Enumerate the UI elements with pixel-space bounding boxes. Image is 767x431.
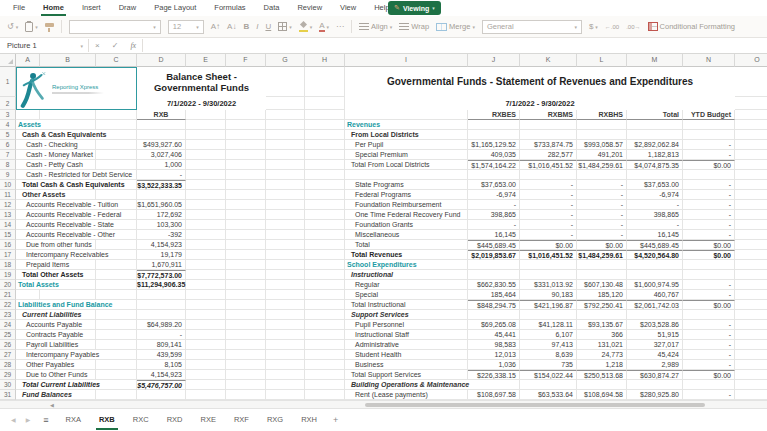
cell-H9[interactable]: [305, 170, 345, 180]
cell-D11[interactable]: [137, 190, 186, 200]
cell-D26[interactable]: 809,141: [137, 340, 186, 350]
cell-H21[interactable]: [305, 290, 345, 300]
cell-B3[interactable]: [40, 110, 96, 120]
cell-H8[interactable]: [305, 160, 345, 170]
cell-N23[interactable]: [683, 310, 735, 320]
cell-J22[interactable]: $848,294.75: [468, 300, 520, 310]
scroll-left-icon[interactable]: ◀: [50, 402, 54, 409]
col-header-A[interactable]: A: [16, 54, 40, 67]
cell-A25[interactable]: Contracts Payable: [16, 330, 40, 340]
cell-E26[interactable]: [186, 340, 226, 350]
viewing-mode-button[interactable]: ✎ Viewing ▾: [388, 1, 441, 15]
cell-C30[interactable]: [96, 380, 137, 390]
cell-N29[interactable]: $0.00: [683, 370, 735, 380]
cell-D13[interactable]: 172,692: [137, 210, 186, 220]
decrease-decimal-button[interactable]: .00→: [626, 22, 640, 32]
cell-J16[interactable]: $445,689.45: [468, 240, 520, 250]
increase-decimal-button[interactable]: ←.00: [605, 22, 619, 32]
cell-O3[interactable]: [735, 110, 767, 120]
cell-H30[interactable]: [305, 380, 345, 390]
cell-E23[interactable]: [186, 310, 226, 320]
cell-N28[interactable]: -: [683, 360, 735, 370]
cell-I18[interactable]: School Expenditures: [345, 260, 468, 270]
cell-A17[interactable]: Intercompany Receivables: [16, 250, 40, 260]
cell-G24[interactable]: [266, 320, 305, 330]
cell-H4[interactable]: [305, 120, 345, 130]
cell-N6[interactable]: -: [683, 140, 735, 150]
cell-E3[interactable]: [186, 110, 226, 120]
row-header-7[interactable]: 7: [0, 150, 16, 160]
cell-J19[interactable]: [468, 270, 520, 280]
cell-L5[interactable]: [577, 130, 627, 140]
cell-C8[interactable]: [96, 160, 137, 170]
cell-K27[interactable]: 8,639: [520, 350, 577, 360]
cell-C18[interactable]: [96, 260, 137, 270]
cell-L4[interactable]: [577, 120, 627, 130]
cell-L7[interactable]: 491,201: [577, 150, 627, 160]
cell-D30[interactable]: $5,476,757.00: [137, 380, 186, 390]
cell-A12[interactable]: Accounts Receivable - Tuition: [16, 200, 40, 210]
menu-tab-insert[interactable]: Insert: [73, 0, 110, 16]
cell-K6[interactable]: $733,874.75: [520, 140, 577, 150]
cell-D25[interactable]: -: [137, 330, 186, 340]
cell-G6[interactable]: [266, 140, 305, 150]
col-header-C[interactable]: C: [96, 54, 137, 67]
cell-I9[interactable]: [345, 170, 468, 180]
cell-H24[interactable]: [305, 320, 345, 330]
cell-M17[interactable]: $4,520,564.80: [627, 250, 683, 260]
sheet-tab-rxb[interactable]: RXB: [90, 409, 124, 431]
col-header-F[interactable]: F: [226, 54, 266, 67]
insert-function-button[interactable]: fx: [124, 41, 142, 50]
menu-tab-page-layout[interactable]: Page Layout: [145, 0, 205, 16]
cell-O20[interactable]: [735, 280, 767, 290]
cell-E7[interactable]: [186, 150, 226, 160]
italic-button[interactable]: I: [256, 22, 258, 32]
number-format-select[interactable]: General▾: [482, 20, 582, 34]
cell-F23[interactable]: [226, 310, 266, 320]
currency-format-button[interactable]: $▾: [589, 22, 598, 32]
cell-E6[interactable]: [186, 140, 226, 150]
cell-N18[interactable]: [683, 260, 735, 270]
cell-H2[interactable]: [305, 97, 345, 110]
cell-D3[interactable]: RXB: [137, 110, 186, 120]
cell-E22[interactable]: [186, 300, 226, 310]
col-header-M[interactable]: M: [627, 54, 683, 67]
menu-tab-data[interactable]: Data: [255, 0, 289, 16]
cell-A8[interactable]: Cash - Petty Cash: [16, 160, 40, 170]
cell-L22[interactable]: $792,250.41: [577, 300, 627, 310]
cell-D23[interactable]: [137, 310, 186, 320]
cell-H25[interactable]: [305, 330, 345, 340]
cell-A5[interactable]: Cash & Cash Equivalents: [16, 130, 40, 140]
cell-F16[interactable]: [226, 240, 266, 250]
cell-B4[interactable]: [40, 120, 96, 130]
cell-J3[interactable]: RXBES: [468, 110, 520, 120]
cell-D21[interactable]: [137, 290, 186, 300]
cell-O1[interactable]: [735, 67, 767, 97]
cell-C4[interactable]: [96, 120, 137, 130]
cell-N14[interactable]: -: [683, 220, 735, 230]
cell-C19[interactable]: [96, 270, 137, 280]
cell-G22[interactable]: [266, 300, 305, 310]
cell-K23[interactable]: [520, 310, 577, 320]
row-header-4[interactable]: 4: [0, 120, 16, 130]
cell-J9[interactable]: [468, 170, 520, 180]
cell-O10[interactable]: [735, 180, 767, 190]
cell-G31[interactable]: [266, 390, 305, 400]
cell-K5[interactable]: [520, 130, 577, 140]
cell-O26[interactable]: [735, 340, 767, 350]
cell-G26[interactable]: [266, 340, 305, 350]
cell-A14[interactable]: Accounts Receivable - State: [16, 220, 40, 230]
cell-H20[interactable]: [305, 280, 345, 290]
row-header-1[interactable]: 1: [0, 67, 16, 97]
cell-A23[interactable]: Current Liabilities: [16, 310, 40, 320]
cell-K26[interactable]: 97,413: [520, 340, 577, 350]
cell-K14[interactable]: -: [520, 220, 577, 230]
cell-G7[interactable]: [266, 150, 305, 160]
cell-H1[interactable]: [305, 67, 345, 97]
row-header-11[interactable]: 11: [0, 190, 16, 200]
cell-L23[interactable]: [577, 310, 627, 320]
cell-I28[interactable]: Business: [345, 360, 468, 370]
cell-O7[interactable]: [735, 150, 767, 160]
cell-N31[interactable]: -: [683, 390, 735, 400]
cell-A27[interactable]: Intercompany Payables: [16, 350, 40, 360]
